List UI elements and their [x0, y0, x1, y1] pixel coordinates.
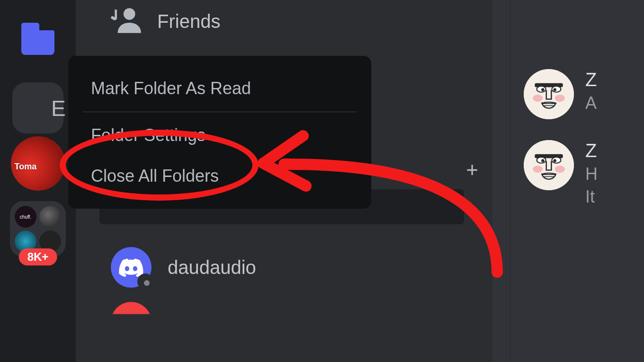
svg-point-8	[555, 95, 565, 102]
context-item-mark-read[interactable]: Mark Folder As Read	[68, 68, 371, 109]
folder-initial: E	[51, 96, 66, 121]
server-icon-tomato[interactable]: Toma	[11, 136, 65, 191]
context-divider	[82, 112, 357, 112]
folder-context-menu: Mark Folder As Read Folder Settings Clos…	[68, 56, 371, 209]
member-avatar	[524, 140, 574, 190]
svg-point-1	[524, 69, 574, 119]
server-folder-multi[interactable]: chuff. 8K+	[10, 201, 66, 257]
friends-label: Friends	[157, 11, 220, 32]
dm-list-item[interactable]	[90, 293, 478, 351]
context-item-close-folders[interactable]: Close All Folders	[68, 156, 371, 196]
member-avatar	[524, 69, 574, 119]
create-dm-button[interactable]: +	[466, 158, 478, 182]
svg-point-7	[533, 95, 543, 102]
member-activity: H	[585, 164, 598, 184]
svg-point-15	[533, 166, 543, 173]
member-name: Z	[585, 140, 598, 161]
svg-point-5	[541, 88, 544, 91]
member-list-item[interactable]: Z H It	[510, 132, 644, 214]
member-list-item[interactable]: Z A	[510, 62, 644, 127]
svg-point-4	[552, 86, 561, 92]
discord-logo-icon	[119, 258, 143, 277]
dm-avatar	[111, 247, 152, 288]
member-activity: A	[585, 93, 597, 113]
folder-icon	[21, 30, 54, 55]
member-name: Z	[585, 69, 597, 90]
dm-list-item[interactable]: daudaudio	[90, 238, 478, 296]
svg-point-12	[552, 157, 561, 163]
dm-avatar	[111, 302, 152, 343]
status-offline-icon	[142, 278, 152, 288]
svg-point-9	[524, 140, 574, 190]
folder-mini-server	[39, 206, 61, 228]
context-item-folder-settings[interactable]: Folder Settings	[68, 115, 371, 156]
friends-nav-item[interactable]: Friends	[90, 0, 478, 43]
svg-point-0	[124, 8, 135, 20]
server-folder-gray[interactable]: E	[12, 82, 63, 133]
folder-mini-server-chuff: chuff.	[15, 206, 36, 228]
svg-point-13	[541, 159, 544, 162]
member-activity: It	[585, 187, 598, 207]
server-label: Toma	[15, 162, 37, 172]
svg-point-3	[537, 86, 546, 92]
svg-point-6	[554, 88, 556, 91]
dm-username: daudaudio	[168, 257, 256, 278]
svg-point-14	[554, 159, 556, 162]
server-list-sidebar: E Toma chuff. 8K+	[0, 0, 76, 362]
friends-icon	[109, 6, 144, 36]
member-list-panel: Z A Z H It	[510, 0, 644, 362]
unread-badge: 8K+	[19, 248, 57, 265]
svg-point-16	[555, 166, 565, 173]
svg-point-11	[537, 157, 546, 163]
server-folder-blurple[interactable]	[12, 15, 63, 66]
